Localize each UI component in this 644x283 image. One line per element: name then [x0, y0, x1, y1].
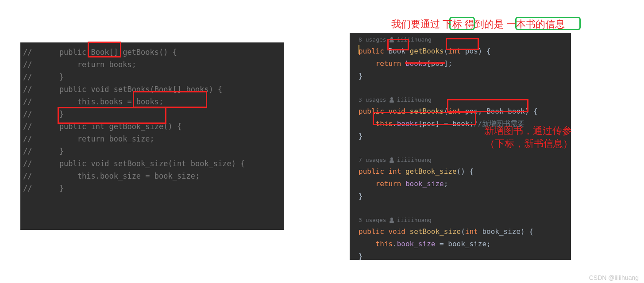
method-name: setBook_size: [410, 227, 461, 236]
param-book: book: [508, 107, 525, 115]
idx: pos: [431, 59, 444, 68]
brace: }: [359, 72, 363, 80]
field-books: books: [397, 119, 418, 128]
usages-annotation: 8 usages iiiiihuang: [359, 34, 571, 45]
code-line: // }: [23, 145, 284, 157]
brace: {: [529, 227, 533, 236]
person-icon: [389, 218, 394, 223]
code-line: // return book_size;: [23, 133, 284, 145]
semi: ;: [448, 59, 452, 68]
method-name: getBooks: [410, 47, 444, 55]
code-line: }: [359, 250, 571, 263]
kw-return: return: [376, 180, 401, 188]
kw-int: int: [448, 107, 461, 115]
annotation-text: 新增图书，通过传参: [484, 124, 572, 138]
param-type-book: Book: [486, 107, 504, 115]
blank-line: [359, 82, 571, 95]
text-caret: [359, 45, 359, 54]
kw-int: int: [388, 167, 401, 176]
kw-void: void: [388, 107, 405, 115]
person-icon: [389, 37, 394, 42]
code-line: // }: [23, 71, 284, 83]
annot-segment: 一本书的信息: [506, 19, 565, 30]
usages-annotation: 7 usages iiiiihuang: [359, 155, 571, 165]
usages-count: 7 usages: [359, 155, 386, 165]
kw-return: return: [376, 59, 401, 68]
eq: =: [440, 240, 444, 248]
code-line: // public void setBook_size(int book_siz…: [23, 157, 284, 170]
code-line: return book_size;: [359, 178, 571, 190]
annotation-text: （下标，新书信息）: [485, 137, 573, 150]
eq: =: [444, 119, 448, 128]
param-pos: pos: [465, 107, 478, 115]
left-code-editor: // public Book[] getBooks() { // return …: [20, 42, 284, 230]
person-icon: [389, 97, 394, 103]
kw-int: int: [448, 47, 461, 55]
code-line: // }: [23, 182, 284, 195]
code-line: // this.book_size = book_size;: [23, 170, 284, 182]
brace: }: [359, 192, 363, 200]
annot-segment: 下标: [443, 19, 462, 30]
semi: ;: [470, 119, 474, 128]
kw-public: public: [359, 167, 384, 176]
blank-line: [359, 203, 571, 215]
code-line: // return books;: [23, 58, 284, 71]
semi: ;: [486, 240, 491, 248]
field-book-size: book_size: [397, 240, 436, 248]
kw-void: void: [388, 227, 405, 236]
code-line: this.book_size = book_size;: [359, 238, 571, 250]
val: book: [452, 119, 470, 128]
code-line: }: [359, 70, 571, 82]
kw-public: public: [359, 227, 384, 236]
code-line: public int getBook_size() {: [359, 165, 571, 178]
usages-count: 3 usages: [359, 215, 386, 226]
code-line: }: [359, 190, 571, 203]
brace: {: [469, 167, 474, 176]
method-name: setBooks: [410, 107, 444, 115]
author-name: iiiiihuang: [397, 155, 432, 165]
kw-this: this: [376, 119, 393, 128]
semi: ;: [444, 180, 448, 188]
kw-this: this: [376, 240, 393, 248]
kw-int: int: [465, 227, 478, 236]
kw-public: public: [359, 47, 384, 55]
code-line: public void setBook_size(int book_size) …: [359, 226, 571, 238]
author-name: iiiiihuang: [397, 95, 432, 105]
brace: }: [359, 252, 363, 260]
field-book-size: book_size: [405, 180, 444, 188]
code-line: public Book getBooks(int pos) {: [359, 45, 571, 57]
val: book_size: [448, 240, 486, 248]
code-line: // public int getBook_size() {: [23, 120, 284, 133]
author-name: iiiiihuang: [397, 34, 432, 45]
return-type: Book: [388, 47, 405, 55]
code-line: public void setBooks(int pos, Book book)…: [359, 105, 571, 118]
person-icon: [389, 157, 394, 163]
annot-segment: 得到的是: [465, 19, 504, 30]
usages-annotation: 3 usages iiiiihuang: [359, 95, 571, 105]
usages-annotation: 3 usages iiiiihuang: [359, 215, 571, 226]
annot-segment: 我们要通过: [391, 19, 440, 30]
code-line: // public Book[] getBooks() {: [23, 46, 284, 58]
kw-public: public: [359, 107, 384, 115]
usages-count: 3 usages: [359, 95, 386, 105]
watermark: CSDN @iiiiihuang: [589, 274, 639, 281]
code-line: // }: [23, 108, 284, 120]
field-books: books: [405, 59, 427, 68]
brace: }: [359, 132, 363, 140]
annotation-text: 我们要通过 下标 得到的是 一本书的信息: [391, 18, 565, 31]
usages-count: 8 usages: [359, 34, 386, 45]
method-name: getBook_size: [405, 167, 457, 176]
code-line: // this.books = books;: [23, 96, 284, 108]
idx: pos: [423, 119, 436, 128]
code-line: // public void setBooks(Book[] books) {: [23, 83, 284, 96]
brace: {: [486, 47, 491, 55]
param-pos: pos: [465, 47, 478, 55]
code-line: return books[pos];: [359, 57, 571, 70]
author-name: iiiiihuang: [397, 215, 432, 226]
param-book-size: book_size: [482, 227, 521, 236]
brace: {: [533, 107, 538, 115]
